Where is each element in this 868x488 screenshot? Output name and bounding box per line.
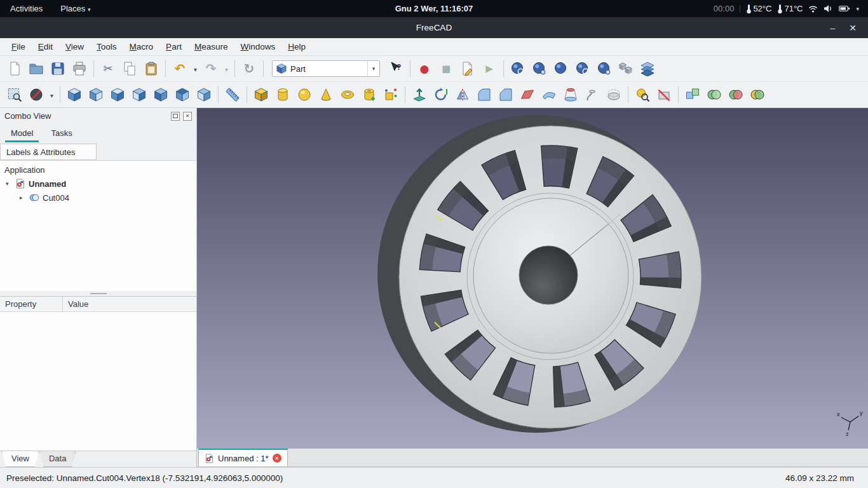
tab-data[interactable]: Data [39,451,76,467]
macro-stop-button[interactable]: ■ [435,58,457,79]
close-document-icon[interactable]: ✕ [273,454,281,463]
menu-view[interactable]: View [59,39,90,54]
workbench-dropdown-icon[interactable]: ▾ [367,61,379,76]
boolean-cut-button[interactable] [725,84,747,105]
battery-icon[interactable] [839,5,850,12]
redo-button[interactable]: ↷ [200,58,222,79]
revolve-button[interactable] [430,84,452,105]
refresh-button[interactable]: ↻ [238,58,260,79]
system-menu-chevron-icon[interactable]: ▾ [856,6,859,12]
part-cylinder-button[interactable] [272,84,294,105]
paste-button[interactable] [140,58,162,79]
macro-record-button[interactable]: ● [414,58,435,79]
shape-builder-button[interactable] [380,84,402,105]
expander-open-icon[interactable]: ▾ [6,180,12,187]
fit-all-button[interactable] [507,58,529,79]
3d-viewport[interactable]: x y z [197,108,868,449]
chamfer-button[interactable] [495,84,517,105]
menu-help[interactable]: Help [281,39,312,54]
measure-distance-button[interactable] [222,84,243,105]
loft-button[interactable] [560,84,581,105]
align-view-button[interactable] [550,58,572,79]
open-file-button[interactable] [25,58,47,79]
window-titlebar[interactable]: FreeCAD – ✕ [0,17,868,38]
part-primitives-button[interactable] [358,84,380,105]
menu-tools[interactable]: Tools [90,39,123,54]
view-front-button[interactable] [85,84,107,105]
macro-edit-button[interactable] [457,58,478,79]
tab-model[interactable]: Model [3,125,41,142]
part-box-button[interactable] [250,84,272,105]
part-cone-button[interactable] [315,84,337,105]
appearance-button[interactable] [637,58,658,79]
view-rear-button[interactable] [150,84,172,105]
tree-item-cut004[interactable]: ▸ Cut004 [0,191,196,205]
check-geometry-button[interactable] [632,84,653,105]
view-top-button[interactable] [107,84,128,105]
zoom-view-button[interactable] [572,58,593,79]
extrude-button[interactable] [409,84,430,105]
workbench-selector[interactable]: Part ▾ [272,60,380,77]
copy-button[interactable] [119,58,140,79]
menu-part[interactable]: Part [159,39,188,54]
close-button[interactable]: ✕ [849,24,857,32]
center-bore-hole[interactable] [519,246,578,304]
expander-closed-icon[interactable]: ▸ [20,194,26,201]
activities-button[interactable]: Activities [8,3,45,15]
places-menu[interactable]: Places ▾ [58,3,93,15]
undo-dropdown-button[interactable]: ▾ [191,58,200,79]
draw-style-button[interactable] [25,84,47,105]
part-cut004-geometry[interactable] [377,115,702,433]
wifi-icon[interactable] [808,5,818,13]
part-sphere-button[interactable] [294,84,315,105]
new-file-button[interactable] [4,58,25,79]
undo-button[interactable]: ↶ [169,58,191,79]
labels-attributes-header: Labels & Attributes [0,144,97,160]
close-panel-icon[interactable]: ✕ [183,112,192,121]
boolean-union-button[interactable] [703,84,725,105]
box-selection-button[interactable] [4,84,25,105]
ruled-surface-button[interactable] [538,84,560,105]
save-button[interactable] [47,58,69,79]
fillet-button[interactable] [473,84,495,105]
compound-button[interactable] [682,84,703,105]
perspective-view-button[interactable] [593,58,615,79]
float-panel-icon[interactable] [171,112,180,121]
tab-tasks[interactable]: Tasks [43,125,80,142]
menu-file[interactable]: File [5,39,32,54]
link-make-icon [618,61,634,76]
whats-this-button[interactable]: ? [385,58,407,79]
panel-splitter[interactable] [0,291,196,296]
volume-icon[interactable] [824,4,833,13]
mirror-button[interactable] [452,84,473,105]
clock-label[interactable]: Gnu 2 Wer, 11:16:07 [395,4,473,13]
fit-selection-button[interactable] [529,58,550,79]
tree-item-unnamed[interactable]: ▾ Unnamed [0,177,196,191]
macro-play-button[interactable]: ▶ [478,58,500,79]
boolean-common-button[interactable] [747,84,768,105]
defeaturing-button[interactable] [653,84,675,105]
menu-edit[interactable]: Edit [32,39,59,54]
offset-button[interactable] [603,84,625,105]
model-tree: Application ▾ Unnamed ▸ Cut004 [0,160,196,291]
cut-button[interactable]: ✂ [97,58,119,79]
menu-measure[interactable]: Measure [188,39,234,54]
print-button[interactable] [69,58,90,79]
redo-dropdown-button[interactable]: ▾ [222,58,231,79]
view-isometric-button[interactable] [64,84,85,105]
view-left-button[interactable] [193,84,215,105]
menu-windows[interactable]: Windows [234,39,281,54]
make-face-button[interactable] [517,84,538,105]
sweep-button[interactable] [581,84,603,105]
view-bottom-button[interactable] [172,84,193,105]
view-right-button[interactable] [128,84,150,105]
mdi-tab-unnamed[interactable]: Unnamed : 1* ✕ [198,449,288,466]
model-3d-view[interactable]: x y z [197,108,868,449]
link-make-button[interactable] [615,58,637,79]
tab-view[interactable]: View [2,451,39,467]
part-torus-button[interactable] [337,84,358,105]
menu-macro[interactable]: Macro [123,39,160,54]
tree-root-application[interactable]: Application [0,163,196,177]
draw-style-dropdown-button[interactable]: ▾ [47,84,57,105]
minimize-button[interactable]: – [830,24,835,32]
